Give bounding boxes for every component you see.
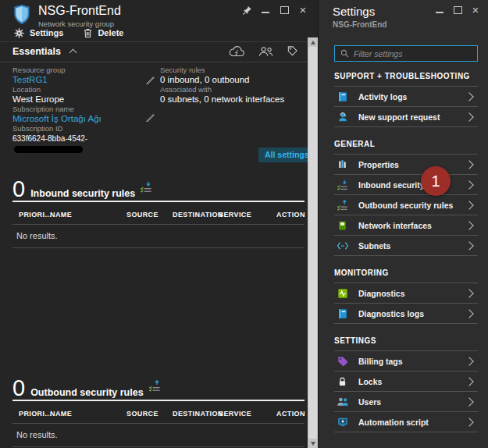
- settings-item-locks[interactable]: Locks: [334, 371, 478, 391]
- group-header: MONITORING: [334, 268, 478, 283]
- trash-icon: [84, 28, 92, 38]
- column-header-priority: PRIORI...: [19, 211, 50, 219]
- item-label: Subnets: [358, 241, 390, 251]
- outbound-rules-heading: 0 Outbound security rules: [12, 379, 305, 398]
- inbound-no-results: No results.: [12, 225, 305, 247]
- resource-group-label: Resource group: [12, 66, 146, 75]
- item-label: Locks: [358, 377, 382, 386]
- scrollbar-thumb[interactable]: [308, 47, 317, 439]
- automation-script-icon: [336, 417, 349, 428]
- settings-item-diagnostics-logs[interactable]: Diagnostics logs: [334, 303, 478, 323]
- location-value: West Europe: [12, 94, 146, 105]
- essentials-content: Resource group TestRG1 Location West Eur…: [12, 66, 303, 154]
- settings-item-properties[interactable]: Properties: [334, 154, 478, 174]
- chevron-right-icon: [465, 201, 473, 209]
- security-rules-row: 0 inbound, 0 outbound: [146, 75, 303, 85]
- cloud-icon[interactable]: [228, 46, 245, 57]
- outbound-no-results: No results.: [12, 424, 305, 446]
- close-icon[interactable]: ×: [470, 5, 481, 16]
- close-icon[interactable]: ×: [297, 5, 308, 16]
- chevron-right-icon: [465, 357, 473, 365]
- item-label: Diagnostics: [358, 289, 405, 298]
- pencil-icon[interactable]: [146, 76, 155, 84]
- item-label: Outbound security rules: [358, 201, 453, 210]
- pin-icon[interactable]: [241, 5, 252, 16]
- resource-group-link[interactable]: TestRG1: [12, 75, 146, 85]
- annotation-badge-1: 1: [421, 166, 451, 196]
- filter-settings-input[interactable]: [354, 49, 472, 59]
- inbound-count: 0: [12, 180, 25, 199]
- vertical-scrollbar[interactable]: [308, 37, 318, 448]
- column-header-destination: DESTINATION: [173, 410, 219, 418]
- item-label: Billing tags: [358, 357, 403, 366]
- group-monitoring: MONITORING Diagnostics: [334, 268, 478, 324]
- settings-panel-title: Settings: [333, 5, 375, 18]
- settings-item-network-interfaces[interactable]: Network interfaces: [334, 215, 478, 235]
- delete-button[interactable]: Delete: [84, 28, 123, 38]
- gear-icon: [14, 28, 24, 38]
- divider: [12, 446, 305, 447]
- column-header-name: NAME: [50, 211, 126, 219]
- collapse-caret-icon[interactable]: [69, 49, 77, 57]
- users-icon: [336, 396, 349, 407]
- settings-item-diagnostics[interactable]: Diagnostics: [334, 283, 478, 303]
- location-label: Location: [12, 85, 146, 94]
- people-icon[interactable]: [258, 46, 274, 57]
- security-rules-value: 0 inbound, 0 outbound: [160, 75, 249, 85]
- column-header-source: SOURCE: [126, 211, 173, 219]
- chevron-right-icon: [465, 241, 473, 250]
- chevron-right-icon: [465, 418, 473, 426]
- settings-item-users[interactable]: Users: [334, 391, 478, 411]
- settings-item-new-support-request[interactable]: New support request: [334, 106, 478, 126]
- outbound-rules-section: 0 Outbound security rules PRIORI... NAME…: [12, 379, 305, 447]
- essentials-quick-icons: [228, 45, 298, 57]
- settings-item-subnets[interactable]: Subnets: [334, 235, 478, 255]
- settings-item-billing-tags[interactable]: Billing tags: [334, 350, 478, 371]
- essentials-header[interactable]: Essentials: [12, 45, 298, 57]
- item-label: Activity logs: [358, 92, 407, 101]
- subscription-id-label: Subscription ID: [12, 124, 146, 133]
- nsg-blade: NSG-FrontEnd Network security group ×: [0, 0, 318, 448]
- subscription-name-link[interactable]: Microsoft İş Ortağı Ağı: [12, 114, 146, 124]
- diagnostics-icon: [336, 288, 349, 299]
- minimize-icon[interactable]: [434, 5, 445, 16]
- maximize-icon[interactable]: [279, 5, 290, 16]
- chevron-right-icon: [465, 180, 473, 189]
- blade-title: NSG-FrontEnd: [38, 4, 121, 18]
- chevron-right-icon: [465, 92, 473, 101]
- settings-button[interactable]: Settings: [14, 28, 63, 38]
- column-header-action: ACTION: [276, 211, 305, 219]
- settings-item-outbound-security-rules[interactable]: Outbound security rules: [334, 194, 478, 215]
- column-header-service: SERVICE: [219, 410, 276, 418]
- inbound-table-header: PRIORI... NAME SOURCE DESTINATION SERVIC…: [12, 202, 305, 224]
- diagnostics-logs-icon: [336, 308, 349, 319]
- item-label: New support request: [358, 112, 440, 122]
- column-header-service: SERVICE: [219, 211, 276, 219]
- pencil-icon[interactable]: [146, 113, 155, 122]
- minimize-icon[interactable]: [260, 5, 271, 16]
- essentials-right-column: Security rules 0 inbound, 0 outbound Ass…: [146, 66, 303, 154]
- inbound-rules-section: 0 Inbound security rules PRIORI... NAME …: [12, 180, 305, 248]
- tag-icon[interactable]: [287, 45, 298, 57]
- blade-header: NSG-FrontEnd Network security group: [12, 4, 121, 28]
- azure-portal-screen: NSG-FrontEnd Network security group ×: [0, 0, 488, 448]
- inbound-rules-icon: [140, 181, 152, 193]
- item-label: Diagnostics logs: [358, 309, 424, 318]
- column-header-priority: PRIORI...: [19, 410, 50, 418]
- filter-settings-box[interactable]: [334, 45, 478, 62]
- item-label: Network interfaces: [358, 221, 432, 230]
- essentials-left-column: Resource group TestRG1 Location West Eur…: [12, 66, 146, 154]
- scroll-up-arrow[interactable]: [308, 37, 318, 47]
- settings-button-label: Settings: [30, 28, 63, 37]
- inbound-title: Inbound security rules: [30, 188, 135, 199]
- properties-icon: [336, 159, 349, 169]
- billing-tags-icon: [336, 356, 349, 367]
- settings-item-activity-logs[interactable]: Activity logs: [334, 86, 478, 106]
- settings-item-automation-script[interactable]: Automation script: [334, 411, 478, 432]
- column-header-source: SOURCE: [126, 410, 173, 418]
- shield-icon: [12, 4, 31, 25]
- maximize-icon[interactable]: [452, 5, 463, 16]
- scroll-down-arrow[interactable]: [308, 439, 318, 448]
- settings-item-inbound-security-rules[interactable]: Inbound security rules: [334, 174, 478, 194]
- essentials-title: Essentials: [12, 46, 61, 57]
